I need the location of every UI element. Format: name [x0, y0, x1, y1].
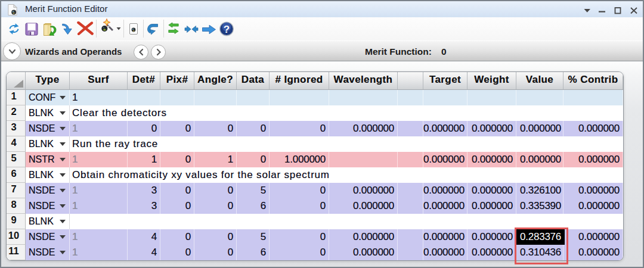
- svg-text:?: ?: [224, 24, 230, 35]
